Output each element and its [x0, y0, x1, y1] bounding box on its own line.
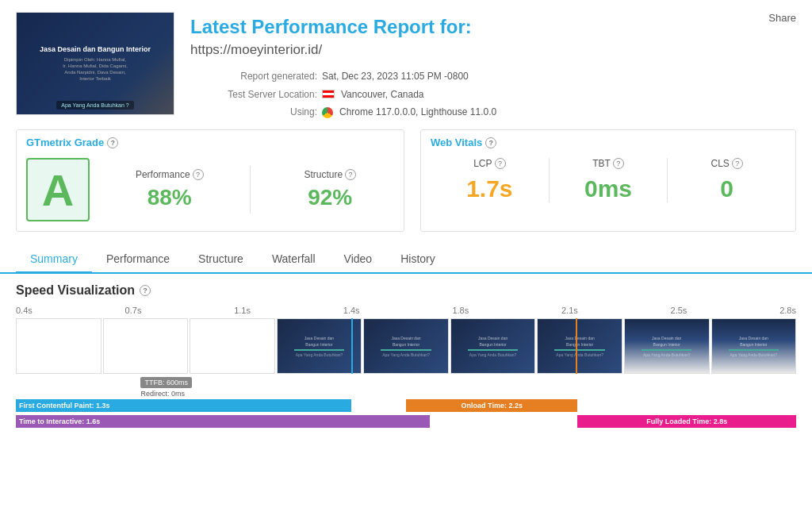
grades-section: GTmetrix Grade ? A Performance ? 88% Str… [0, 129, 812, 240]
using-value: Chrome 117.0.0.0, Lighthouse 11.0.0 [339, 103, 496, 121]
annotations-section: TTFB: 600ms Redirect: 0ms Connect: 394ms… [16, 377, 796, 440]
ttfb-bar: TTFB: 600ms [140, 377, 192, 388]
screenshot-frame-6: Jasa Desain dan Bangun Interior Apa Yang… [450, 318, 536, 374]
tabs-bar: Summary Performance Structure Waterfall … [0, 246, 812, 274]
web-vitals-help-icon[interactable]: ? [485, 137, 496, 148]
canada-flag-icon [322, 90, 335, 98]
gtmetrix-grade-help-icon[interactable]: ? [107, 137, 118, 148]
performance-label: Performance [136, 169, 190, 180]
cls-vital: CLS ? 0 [668, 158, 786, 202]
report-generated-value: Sat, Dec 23, 2023 11:05 PM -0800 [322, 67, 469, 86]
performance-metric: Performance ? 88% [105, 169, 234, 210]
header-section: Jasa Desain dan Bangun Interior Dipimpin… [0, 0, 812, 129]
share-button[interactable]: Share [768, 12, 796, 24]
tab-performance[interactable]: Performance [92, 246, 184, 274]
cls-help-icon[interactable]: ? [732, 158, 743, 169]
tab-video[interactable]: Video [330, 246, 387, 274]
report-meta: Report generated: Sat, Dec 23, 2023 11:0… [190, 67, 796, 121]
ttfb-redirect: Redirect: 0ms [140, 390, 185, 398]
screenshot-frame-1 [16, 318, 102, 374]
speed-visualization-section: Speed Visualization ? 0.4s 0.7s 1.1s 1.4… [0, 274, 812, 440]
tab-waterfall[interactable]: Waterfall [258, 246, 330, 274]
server-location-label: Test Server Location: [190, 86, 317, 104]
grade-divider [250, 166, 251, 213]
lcp-vital: LCP ? 1.7s [431, 158, 550, 202]
timeline-container: 0.4s 0.7s 1.1s 1.4s 1.8s 2.1s 2.5s 2.8s … [16, 306, 796, 440]
chrome-icon [322, 107, 333, 118]
structure-metric: Structure ? 92% [266, 169, 395, 210]
screenshot-frame-3 [190, 318, 275, 374]
fully-loaded-bar: Fully Loaded Time: 2.8s [577, 415, 796, 428]
time-markers: 0.4s 0.7s 1.1s 1.4s 1.8s 2.1s 2.5s 2.8s [16, 306, 796, 318]
structure-help-icon[interactable]: ? [345, 169, 356, 180]
tab-history[interactable]: History [386, 246, 450, 274]
speed-help-icon[interactable]: ? [140, 285, 151, 296]
tbt-vital: TBT ? 0ms [550, 158, 668, 202]
screenshot-frame-7: Jasa Desain dan Bangun Interior Apa Yang… [537, 318, 622, 374]
screenshot-wrapper: Jasa Desain dan Bangun Interior Apa Yang… [16, 318, 796, 374]
screenshot-frame-5: Jasa Desain dan Bangun Interior Apa Yang… [363, 318, 449, 374]
tbt-value: 0ms [557, 175, 660, 202]
speed-title-text: Speed Visualization [16, 283, 135, 298]
gtmetrix-grade-panel: GTmetrix Grade ? A Performance ? 88% Str… [16, 129, 404, 232]
performance-value: 88% [105, 185, 234, 210]
header-info: Latest Performance Report for: https://m… [190, 12, 796, 121]
using-label: Using: [190, 103, 317, 121]
tbt-help-icon[interactable]: ? [613, 158, 624, 169]
report-generated-label: Report generated: [190, 67, 317, 86]
fcp-bar: First Contentful Paint: 1.3s [16, 399, 351, 412]
screenshot-frame-4: Jasa Desain dan Bangun Interior Apa Yang… [277, 318, 362, 374]
thumbnail-title: Jasa Desain dan Bangun Interior [40, 45, 151, 55]
tti-bar: Time to Interactive: 1.6s [16, 415, 430, 428]
cls-value: 0 [676, 175, 778, 202]
screenshot-frame-2 [103, 318, 189, 374]
thumbnail-bottom-text: Apa Yang Anda Butuhkan ? [56, 101, 133, 110]
performance-help-icon[interactable]: ? [193, 169, 204, 180]
gtmetrix-grade-title: GTmetrix Grade ? [17, 130, 404, 152]
lcp-label: LCP [473, 158, 492, 169]
web-vitals-panel: Web Vitals ? LCP ? 1.7s TBT ? 0ms CLS [420, 129, 796, 232]
server-location-value: Vancouver, Canada [341, 86, 424, 104]
screenshot-frame-8: Jasa Desain dan Bangun Interior Apa Yang… [624, 318, 710, 374]
screenshot-frame-9: Jasa Desain dan Bangun Interior Apa Yang… [711, 318, 797, 374]
lcp-help-icon[interactable]: ? [495, 158, 506, 169]
cls-label: CLS [711, 158, 730, 169]
site-thumbnail: Jasa Desain dan Bangun Interior Dipimpin… [16, 12, 174, 115]
web-vitals-title: Web Vitals ? [421, 130, 795, 152]
grade-letter: A [26, 158, 90, 221]
report-title: Latest Performance Report for: [190, 16, 796, 39]
tab-structure[interactable]: Structure [184, 246, 258, 274]
screenshot-strip: Jasa Desain dan Bangun Interior Apa Yang… [16, 318, 796, 374]
onload-bar: Onload Time: 2.2s [406, 399, 577, 412]
lcp-value: 1.7s [439, 175, 541, 202]
tab-summary[interactable]: Summary [16, 246, 92, 274]
structure-value: 92% [266, 185, 395, 210]
tbt-label: TBT [592, 158, 611, 169]
report-url: https://moeyinterior.id/ [190, 42, 796, 58]
structure-label: Structure [304, 169, 343, 180]
